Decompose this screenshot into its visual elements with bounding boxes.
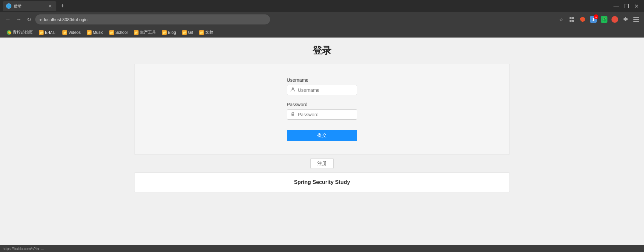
bookmark-git-label: Git [188, 30, 193, 35]
extension1-icon[interactable]: 1 1 [590, 16, 597, 23]
back-button[interactable]: ← [4, 15, 12, 24]
bookmark-tools[interactable]: 📁 生产工具 [131, 28, 159, 36]
notification-badge: 1 [594, 14, 598, 19]
bookmark-email[interactable]: 📁 E-Mail [36, 29, 59, 36]
page-title: 登录 [313, 44, 331, 57]
svg-rect-9 [291, 114, 294, 116]
address-text: localhost:8080/toLogin [44, 17, 88, 22]
bookmark-blog-label: Blog [168, 30, 176, 35]
bookmark-blog[interactable]: 📁 Blog [159, 29, 179, 36]
footer-text: Spring Security Study [294, 179, 350, 185]
svg-rect-6 [633, 19, 639, 20]
login-card: Username Password [134, 64, 510, 155]
status-bar: https://baidu.com/s?tn=... [0, 245, 644, 252]
lock-icon [290, 112, 295, 117]
reload-button[interactable]: ↻ [25, 15, 33, 24]
puzzle-icon[interactable] [622, 16, 629, 23]
register-button[interactable]: 注册 [310, 158, 334, 169]
svg-rect-3 [572, 20, 574, 22]
password-label: Password [287, 102, 357, 107]
minimize-button[interactable]: — [613, 3, 619, 9]
window-controls: — ❐ ✕ [613, 3, 641, 9]
tab-close-button[interactable]: ✕ [48, 3, 53, 9]
forward-button[interactable]: → [15, 15, 23, 24]
password-input[interactable] [298, 112, 354, 117]
bookmark-docs[interactable]: 📁 文档 [197, 28, 216, 36]
brave-icon[interactable] [579, 16, 586, 23]
username-label: Username [287, 77, 357, 83]
toolbar-icons: ☆ 1 1 🐉 [557, 16, 640, 23]
bookmark-qingning[interactable]: 🍋 青柠起始页 [4, 28, 36, 36]
star-icon[interactable]: ☆ [557, 16, 565, 23]
user-icon [290, 87, 295, 93]
menu-icon[interactable] [633, 16, 640, 23]
maximize-button[interactable]: ❐ [624, 3, 629, 9]
bookmark-tools-label: 生产工具 [140, 29, 156, 35]
page-content: 登录 Username Password [0, 38, 644, 252]
username-form-group: Username [287, 77, 357, 95]
extensions-icon[interactable] [568, 16, 576, 23]
address-bar: ← → ↻ ● localhost:8080/toLogin ☆ [0, 12, 644, 27]
new-tab-button[interactable]: + [58, 1, 67, 11]
svg-rect-5 [633, 17, 639, 18]
bookmark-videos[interactable]: 📁 Videos [60, 29, 83, 36]
svg-rect-0 [570, 17, 572, 19]
extension2-icon[interactable]: 🐉 [600, 16, 608, 23]
svg-rect-7 [633, 21, 639, 22]
svg-rect-1 [572, 17, 574, 19]
password-input-wrapper [287, 109, 357, 120]
status-url: https://baidu.com/s?tn=... [3, 247, 44, 251]
svg-point-8 [292, 87, 294, 89]
bookmark-music[interactable]: 📁 Music [84, 29, 106, 36]
bookmark-videos-label: Videos [68, 30, 80, 35]
password-form-group: Password [287, 102, 357, 120]
submit-button[interactable]: 提交 [287, 130, 357, 141]
bookmark-music-label: Music [93, 30, 103, 35]
tab-title: 登录 [13, 3, 21, 9]
username-input-wrapper [287, 85, 357, 95]
bookmark-email-label: E-Mail [45, 30, 56, 35]
address-input-wrapper[interactable]: ● localhost:8080/toLogin [35, 14, 270, 24]
lock-icon: ● [39, 17, 42, 22]
bookmark-school-label: School [115, 30, 128, 35]
active-tab[interactable]: 🌐 登录 ✕ [3, 1, 56, 11]
bookmark-docs-label: 文档 [205, 29, 213, 35]
username-input[interactable] [298, 87, 354, 93]
bookmark-qingning-label: 青柠起始页 [13, 29, 33, 35]
svg-rect-2 [570, 20, 572, 22]
bookmarks-bar: 🍋 青柠起始页 📁 E-Mail 📁 Videos 📁 Music 📁 Scho… [0, 27, 644, 38]
bookmark-school[interactable]: 📁 School [107, 29, 130, 36]
svg-marker-4 [580, 17, 585, 22]
tab-favicon: 🌐 [6, 3, 11, 9]
close-button[interactable]: ✕ [634, 3, 639, 9]
avatar-icon[interactable] [611, 16, 619, 23]
footer-card: Spring Security Study [134, 172, 510, 192]
bookmark-git[interactable]: 📁 Git [179, 29, 196, 36]
